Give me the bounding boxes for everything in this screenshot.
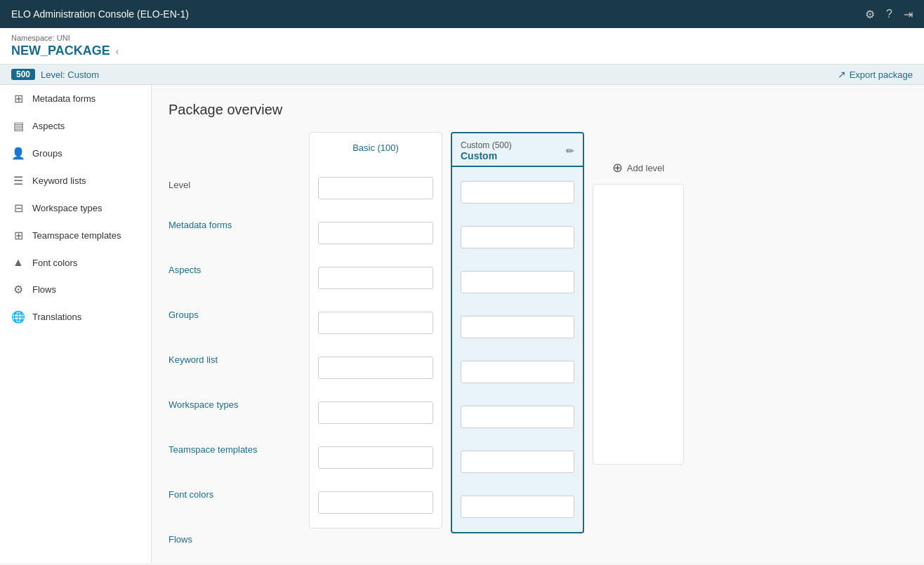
edit-level-icon[interactable]: ✏ — [566, 145, 574, 157]
export-link[interactable]: ↗ Export package — [838, 69, 913, 80]
custom-level-header: Custom (500) Custom ✏ — [452, 133, 583, 167]
status-text: Level: Custom — [41, 69, 99, 80]
custom-input-aspects[interactable] — [461, 226, 574, 248]
basic-cell-flows — [318, 480, 433, 525]
topbar-icons: ⚙ ? ⇥ — [865, 8, 913, 21]
basic-cell-font-colors — [318, 435, 433, 480]
custom-input-font-colors[interactable] — [461, 451, 574, 473]
sidebar-item-flows[interactable]: ⚙ Flows — [0, 276, 151, 303]
row-label-aspects: Aspects — [169, 247, 309, 292]
custom-input-flows[interactable] — [461, 496, 574, 518]
sidebar-label-aspects: Aspects — [32, 121, 65, 131]
sidebar-item-keyword-lists[interactable]: ☰ Keyword lists — [0, 167, 151, 194]
basic-input-metadata-forms[interactable] — [318, 177, 433, 199]
layout: ⊞ Metadata forms ▤ Aspects 👤 Groups ☰ Ke… — [0, 85, 924, 563]
custom-cell-aspects — [461, 215, 574, 260]
sidebar-label-teamspace-templates: Teamspace templates — [32, 230, 121, 241]
basic-input-teamspace-templates[interactable] — [318, 401, 433, 424]
sidebar-label-groups: Groups — [32, 148, 62, 159]
settings-icon[interactable]: ⚙ — [865, 8, 875, 21]
sidebar-item-metadata-forms[interactable]: ⊞ Metadata forms — [0, 85, 151, 112]
sidebar-item-workspace-types[interactable]: ⊟ Workspace types — [0, 194, 151, 222]
level-column-basic: Basic (100) — [309, 132, 442, 529]
app-title: ELO Administration Console (ELO-EN-1) — [11, 8, 189, 20]
level-row-header: Level — [169, 180, 190, 190]
sidebar-item-font-colors[interactable]: ▲ Font colors — [0, 249, 151, 276]
custom-cell-flows — [461, 484, 574, 529]
custom-input-keyword-list[interactable] — [461, 316, 574, 338]
font-colors-icon: ▲ — [11, 256, 25, 269]
teamspace-templates-icon: ⊞ — [11, 229, 25, 242]
sidebar-label-keyword-lists: Keyword lists — [32, 175, 86, 186]
custom-input-metadata-forms[interactable] — [461, 181, 574, 204]
custom-cell-metadata-forms — [461, 170, 574, 215]
add-level-icon: ⊕ — [612, 160, 623, 175]
custom-level-header-top: Custom (500) — [461, 140, 512, 150]
custom-level-cells — [452, 167, 583, 532]
row-label-workspace-types: Workspace types — [169, 382, 309, 427]
sidebar-label-metadata-forms: Metadata forms — [32, 93, 95, 104]
basic-level-label: Basic (100) — [352, 142, 399, 153]
sidebar-label-flows: Flows — [32, 284, 56, 295]
status-badge: 500 — [11, 69, 35, 80]
subheader: Namespace: UNI NEW_PACKAGE ‹ — [0, 28, 924, 65]
basic-cell-keyword-list — [318, 300, 433, 345]
basic-input-keyword-list[interactable] — [318, 312, 433, 334]
add-level-button[interactable]: ⊕ Add level — [612, 160, 664, 175]
empty-panel — [593, 184, 684, 465]
export-label: Export package — [850, 69, 913, 80]
collapse-button[interactable]: ‹ — [116, 46, 119, 57]
row-labels: Level Metadata forms Aspects Groups Keyw… — [169, 132, 309, 561]
basic-input-workspace-types[interactable] — [318, 357, 433, 379]
custom-input-teamspace-templates[interactable] — [461, 406, 574, 428]
basic-cell-metadata-forms — [318, 166, 433, 211]
custom-input-groups[interactable] — [461, 271, 574, 293]
basic-input-groups[interactable] — [318, 267, 433, 289]
keyword-lists-icon: ☰ — [11, 174, 25, 187]
custom-cell-teamspace-templates — [461, 394, 574, 439]
sidebar-item-aspects[interactable]: ▤ Aspects — [0, 112, 151, 140]
flows-icon: ⚙ — [11, 283, 25, 296]
row-label-metadata-forms: Metadata forms — [169, 202, 309, 247]
sidebar-item-teamspace-templates[interactable]: ⊞ Teamspace templates — [0, 222, 151, 249]
levels-container: Level Metadata forms Aspects Groups Keyw… — [169, 132, 907, 561]
basic-cell-workspace-types — [318, 345, 433, 390]
namespace-label: Namespace: UNI — [11, 34, 913, 42]
translations-icon: 🌐 — [11, 310, 25, 324]
aspects-icon: ▤ — [11, 119, 25, 133]
status-level: 500 Level: Custom — [11, 69, 99, 80]
sidebar-item-translations[interactable]: 🌐 Translations — [0, 303, 151, 331]
page-title: Package overview — [169, 102, 907, 118]
package-row: NEW_PACKAGE ‹ — [11, 44, 913, 64]
sidebar-label-workspace-types: Workspace types — [32, 203, 102, 213]
main-content: Package overview Level Metadata forms As… — [152, 85, 924, 563]
export-icon: ↗ — [838, 69, 846, 80]
groups-icon: 👤 — [11, 147, 25, 160]
sidebar-label-translations: Translations — [32, 312, 81, 322]
sidebar-item-groups[interactable]: 👤 Groups — [0, 140, 151, 167]
row-label-teamspace-templates: Teamspace templates — [169, 427, 309, 472]
logout-icon[interactable]: ⇥ — [904, 8, 913, 21]
basic-input-flows[interactable] — [318, 491, 433, 514]
add-level-label: Add level — [627, 163, 664, 173]
sidebar: ⊞ Metadata forms ▤ Aspects 👤 Groups ☰ Ke… — [0, 85, 152, 563]
help-icon[interactable]: ? — [886, 8, 892, 20]
level-column-custom: Custom (500) Custom ✏ — [451, 132, 584, 533]
custom-cell-workspace-types — [461, 350, 574, 394]
statusbar: 500 Level: Custom ↗ Export package — [0, 65, 924, 85]
basic-cell-groups — [318, 255, 433, 300]
custom-cell-keyword-list — [461, 305, 574, 350]
basic-cell-aspects — [318, 211, 433, 255]
metadata-forms-icon: ⊞ — [11, 92, 25, 105]
package-name: NEW_PACKAGE — [11, 44, 110, 58]
basic-level-cells — [310, 163, 442, 528]
topbar: ELO Administration Console (ELO-EN-1) ⚙ … — [0, 0, 924, 28]
row-label-keyword-list: Keyword list — [169, 337, 309, 382]
basic-input-aspects[interactable] — [318, 222, 433, 244]
basic-input-font-colors[interactable] — [318, 446, 433, 469]
custom-cell-groups — [461, 260, 574, 305]
custom-input-workspace-types[interactable] — [461, 361, 574, 383]
row-label-font-colors: Font colors — [169, 472, 309, 517]
custom-cell-font-colors — [461, 439, 574, 484]
sidebar-label-font-colors: Font colors — [32, 258, 77, 268]
